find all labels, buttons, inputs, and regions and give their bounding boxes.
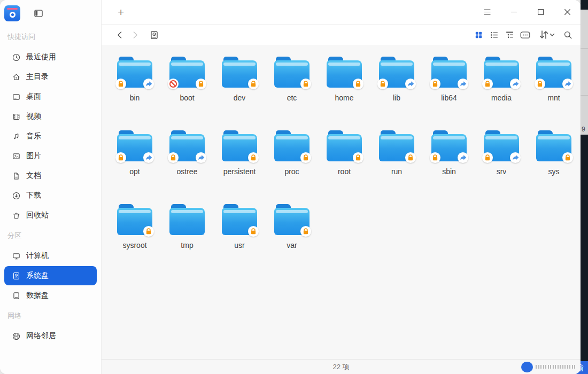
icon-size-slider[interactable] [521, 362, 575, 372]
forward-button[interactable] [127, 27, 142, 42]
document-icon [12, 172, 21, 181]
sort-button[interactable] [536, 27, 557, 42]
lock-emblem-icon [482, 152, 493, 163]
list-view-button[interactable] [486, 27, 501, 42]
status-bar: 22 项 [102, 359, 581, 374]
lock-emblem-icon [482, 78, 493, 90]
folder-item-root[interactable]: root [318, 127, 370, 201]
share-emblem-icon [457, 152, 469, 163]
lock-emblem-icon [300, 78, 312, 90]
folder-icon [536, 57, 571, 88]
sidebar-toggle-button[interactable] [33, 8, 44, 19]
sidebar-item-data-disk[interactable]: 数据盘 [4, 286, 97, 305]
folder-item-etc[interactable]: etc [266, 53, 318, 127]
lock-emblem-icon [562, 152, 574, 163]
sidebar-item-label: 最近使用 [26, 52, 56, 62]
lock-emblem-icon [300, 152, 312, 163]
computer-icon [12, 252, 21, 261]
folder-item-mnt[interactable]: mnt [528, 53, 580, 127]
folder-name: usr [234, 241, 244, 250]
sidebar-item-music[interactable]: 音乐 [4, 127, 97, 146]
folder-item-lib64[interactable]: lib64 [423, 53, 475, 127]
folder-icon [117, 130, 152, 161]
music-icon [12, 132, 21, 141]
sidebar-item-downloads[interactable]: 下载 [4, 186, 97, 205]
folder-item-dev[interactable]: dev [213, 53, 266, 127]
sidebar-item-recent[interactable]: 最近使用 [4, 48, 97, 67]
file-manager-window: 快捷访问最近使用主目录桌面视频音乐图片文档下载回收站分区计算机系统盘数据盘网络网… [0, 0, 581, 374]
folder-name: lib [393, 94, 400, 102]
folder-name: root [338, 167, 351, 176]
folder-item-tmp[interactable]: tmp [161, 201, 213, 275]
share-emblem-icon [562, 78, 574, 90]
grid-view-button[interactable] [471, 27, 486, 42]
close-icon [562, 7, 572, 17]
folder-name: dev [234, 94, 246, 102]
breadcrumb-disk-button[interactable] [146, 27, 161, 42]
folder-item-usr[interactable]: usr [213, 201, 266, 275]
lock-emblem-icon [534, 78, 546, 90]
lock-emblem-icon [247, 152, 259, 163]
folder-icon [431, 57, 467, 88]
folder-item-sys[interactable]: sys [528, 127, 580, 201]
folder-item-bin[interactable]: bin [109, 53, 161, 127]
sidebar: 快捷访问最近使用主目录桌面视频音乐图片文档下载回收站分区计算机系统盘数据盘网络网… [0, 0, 102, 374]
folder-name: persistent [223, 167, 256, 176]
folder-item-ostree[interactable]: ostree [161, 127, 213, 201]
data-disk-icon [12, 291, 21, 300]
sidebar-item-label: 系统盘 [26, 271, 49, 280]
search-button[interactable] [560, 27, 575, 42]
folder-icon [431, 130, 467, 161]
sidebar-item-videos[interactable]: 视频 [4, 107, 97, 126]
sidebar-item-home-dir[interactable]: 主目录 [4, 67, 97, 87]
slider-tick [543, 365, 544, 369]
panel-toggle-icon [33, 8, 44, 19]
folder-name: srv [497, 167, 507, 176]
sidebar-item-pictures[interactable]: 图片 [4, 146, 97, 166]
folder-item-boot[interactable]: boot [161, 53, 213, 127]
tree-view-button[interactable] [502, 27, 517, 42]
folder-icon [274, 130, 310, 161]
video-icon [12, 112, 21, 121]
folder-item-sbin[interactable]: sbin [423, 127, 475, 201]
deny-emblem-icon [167, 78, 179, 90]
folder-item-persistent[interactable]: persistent [213, 127, 266, 201]
folder-item-sysroot[interactable]: sysroot [109, 201, 161, 275]
close-button[interactable] [554, 0, 581, 24]
folder-item-proc[interactable]: proc [266, 127, 318, 201]
slider-tick [574, 365, 575, 369]
folder-item-var[interactable]: var [266, 201, 318, 275]
folder-item-home[interactable]: home [318, 53, 370, 127]
more-options-button[interactable] [517, 27, 532, 42]
window-menu-button[interactable] [474, 0, 500, 24]
background-line-number: 9 [582, 126, 585, 133]
lock-emblem-icon [247, 225, 259, 237]
sidebar-item-system-disk[interactable]: 系统盘 [4, 266, 97, 285]
slider-tick [564, 365, 566, 369]
folder-name: etc [287, 94, 297, 102]
lock-emblem-icon [167, 152, 179, 163]
folder-icon [379, 57, 414, 88]
folder-name: opt [129, 167, 140, 176]
folder-name: sbin [442, 167, 456, 176]
minimize-button[interactable] [500, 0, 527, 24]
folder-item-opt[interactable]: opt [109, 127, 161, 201]
folder-item-run[interactable]: run [370, 127, 423, 201]
sidebar-item-documents[interactable]: 文档 [4, 166, 97, 185]
slider-knob[interactable] [521, 362, 533, 372]
slider-tick [538, 365, 539, 369]
folder-item-media[interactable]: media [475, 53, 528, 127]
folder-item-srv[interactable]: srv [475, 127, 528, 201]
folder-name: ostree [177, 167, 198, 176]
new-tab-button[interactable]: + [115, 6, 126, 18]
sidebar-item-network-neighborhood[interactable]: 网络邻居 [4, 326, 97, 346]
back-button[interactable] [112, 27, 127, 42]
clock-icon [12, 53, 21, 62]
window-controls [474, 0, 581, 24]
maximize-button[interactable] [527, 0, 554, 24]
sidebar-item-desktop[interactable]: 桌面 [4, 87, 97, 106]
sidebar-item-trash[interactable]: 回收站 [4, 206, 97, 225]
sidebar-section-label: 网络 [0, 306, 101, 326]
folder-item-lib[interactable]: lib [370, 53, 423, 127]
sidebar-item-computer[interactable]: 计算机 [4, 246, 97, 266]
